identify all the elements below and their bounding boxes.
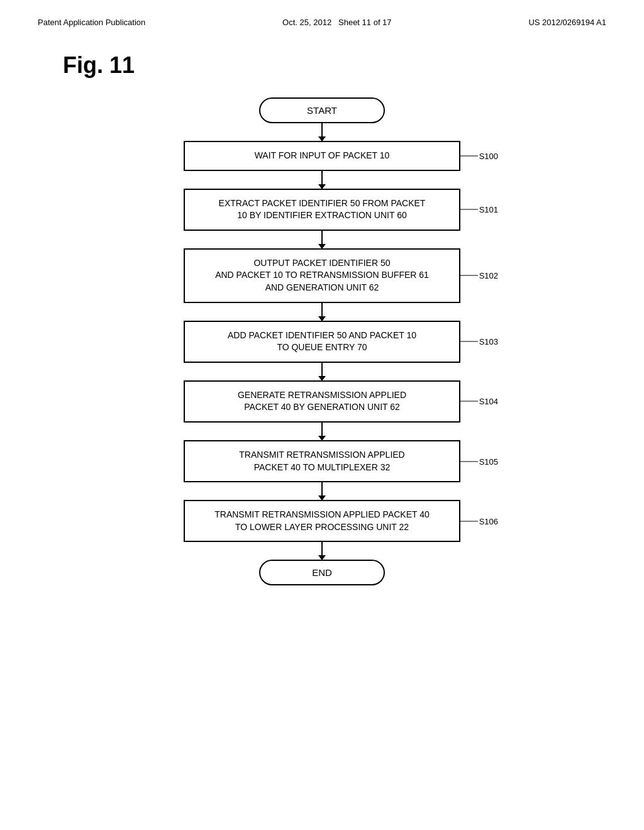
process-s104: GENERATE RETRANSMISSION APPLIED PACKET 4… — [184, 380, 460, 423]
process-s106: TRANSMIT RETRANSMISSION APPLIED PACKET 4… — [184, 500, 460, 542]
step-row-s104: GENERATE RETRANSMISSION APPLIED PACKET 4… — [146, 380, 498, 423]
process-s103: ADD PACKET IDENTIFIER 50 AND PACKET 10 T… — [184, 321, 460, 363]
figure-title: Fig. 11 — [0, 33, 644, 91]
connector-6 — [321, 482, 323, 500]
step-label-s104: S104 — [459, 397, 498, 406]
step-row-s106: TRANSMIT RETRANSMISSION APPLIED PACKET 4… — [146, 500, 498, 542]
start-terminal-row: START — [146, 97, 498, 123]
step-label-s100: S100 — [459, 151, 498, 160]
header-center: Oct. 25, 2012 Sheet 11 of 17 — [282, 18, 391, 27]
step-label-s105: S105 — [459, 456, 498, 466]
step-label-s103: S103 — [459, 337, 498, 346]
connector-0 — [321, 123, 323, 141]
header-left: Patent Application Publication — [38, 18, 145, 27]
start-terminal: START — [259, 97, 385, 123]
connector-3 — [321, 303, 323, 321]
process-s102: OUTPUT PACKET IDENTIFIER 50 AND PACKET 1… — [184, 248, 460, 303]
step-row-s105: TRANSMIT RETRANSMISSION APPLIED PACKET 4… — [146, 440, 498, 482]
step-label-s101: S101 — [459, 205, 498, 214]
connector-7 — [321, 542, 323, 560]
connector-5 — [321, 423, 323, 440]
process-s105: TRANSMIT RETRANSMISSION APPLIED PACKET 4… — [184, 440, 460, 482]
flowchart: START WAIT FOR INPUT OF PACKET 10 S100 E… — [0, 97, 644, 585]
connector-2 — [321, 231, 323, 248]
step-label-s106: S106 — [459, 516, 498, 526]
connector-4 — [321, 363, 323, 380]
header-right: US 2012/0269194 A1 — [528, 18, 606, 27]
step-label-s102: S102 — [459, 271, 498, 280]
connector-1 — [321, 171, 323, 189]
step-row-s103: ADD PACKET IDENTIFIER 50 AND PACKET 10 T… — [146, 321, 498, 363]
end-terminal: END — [259, 560, 385, 585]
step-row-s102: OUTPUT PACKET IDENTIFIER 50 AND PACKET 1… — [146, 248, 498, 303]
step-row-s100: WAIT FOR INPUT OF PACKET 10 S100 — [146, 141, 498, 171]
process-s101: EXTRACT PACKET IDENTIFIER 50 FROM PACKET… — [184, 189, 460, 231]
process-s100: WAIT FOR INPUT OF PACKET 10 — [184, 141, 460, 171]
page-header: Patent Application Publication Oct. 25, … — [0, 0, 644, 33]
step-row-s101: EXTRACT PACKET IDENTIFIER 50 FROM PACKET… — [146, 189, 498, 231]
end-terminal-row: END — [146, 560, 498, 585]
